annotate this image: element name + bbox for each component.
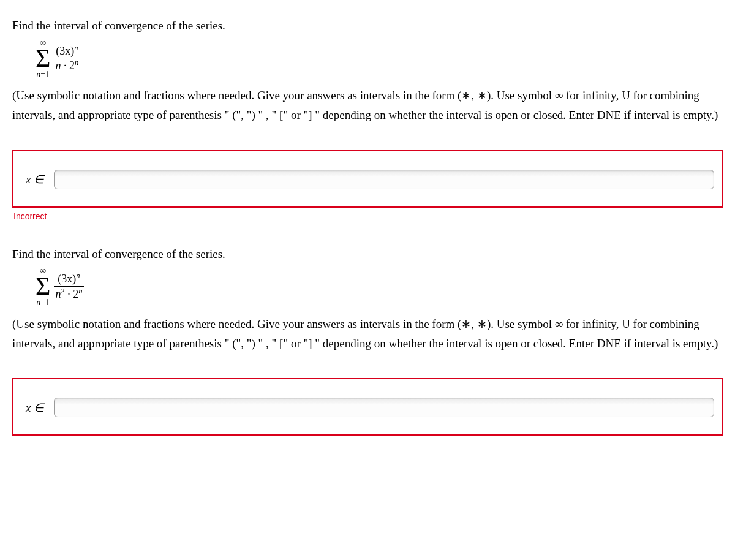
question1-instructions: (Use symbolic notation and fractions whe… [12, 86, 723, 126]
question2-formula: ∞ Σ n=1 (3x)n n2 · 2n [36, 272, 723, 301]
question2-prompt: Find the interval of convergence of the … [12, 246, 723, 263]
sigma-lower-limit: n=1 [36, 298, 50, 308]
question2-instructions: (Use symbolic notation and fractions whe… [12, 314, 723, 354]
fraction: (3x)n n · 2n [54, 44, 80, 73]
question2-answer-box: x ∈ [12, 378, 723, 436]
sigma-symbol: Σ [36, 273, 50, 299]
question1-answer-input[interactable] [54, 170, 714, 189]
question1-answer-box: x ∈ [12, 150, 723, 208]
question1-prompt: Find the interval of convergence of the … [12, 17, 723, 35]
answer-label: x ∈ [26, 172, 44, 186]
sigma-symbol: Σ [36, 45, 50, 71]
answer-label: x ∈ [26, 401, 44, 415]
sigma-lower-limit: n=1 [36, 70, 50, 80]
question1-formula: ∞ Σ n=1 (3x)n n · 2n [36, 44, 723, 73]
question1-feedback: Incorrect [13, 211, 723, 221]
question2-answer-input[interactable] [54, 398, 714, 417]
fraction: (3x)n n2 · 2n [54, 272, 83, 301]
